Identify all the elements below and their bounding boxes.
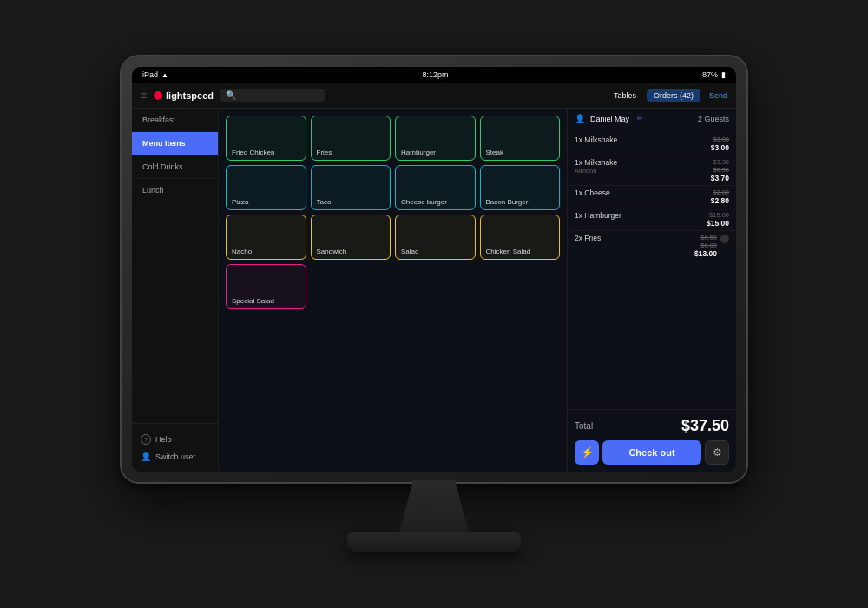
- tab-send[interactable]: Send: [709, 91, 727, 100]
- pos-terminal: iPad ▲ 8:12pm 87% ▮ ≡ lightspeed: [122, 56, 746, 552]
- search-icon: 🔍: [226, 90, 236, 100]
- order-panel: 👤 Daniel May ✏ 2 Guests: [567, 109, 736, 472]
- sidebar-item-lunch[interactable]: Lunch: [132, 179, 218, 202]
- sidebar-item-breakfast[interactable]: Breakfast: [132, 109, 218, 132]
- menu-item-fries[interactable]: Fries: [311, 116, 391, 161]
- total-row: Total $37.50: [575, 417, 729, 435]
- switch-user-label: Switch user: [155, 453, 196, 461]
- user-icon: 👤: [141, 452, 151, 461]
- menu-item-sandwich[interactable]: Sandwich: [311, 215, 391, 260]
- menu-item-empty-2: [395, 264, 476, 309]
- edit-icon[interactable]: ✏: [637, 115, 643, 122]
- terminal-neck: [399, 480, 469, 532]
- status-right: 87% ▮: [702, 70, 726, 79]
- menu-item-steak[interactable]: Steak: [480, 116, 561, 161]
- menu-grid: Fried Chicken Fries Hamburger Steak Pizz…: [226, 116, 560, 309]
- app-header: ≡ lightspeed 🔍 Tables Orders (42) Send: [132, 83, 736, 109]
- logo-text: lightspeed: [166, 90, 214, 101]
- settings-button[interactable]: ⚙: [705, 440, 729, 465]
- order-item-fries[interactable]: 2x Fries $6.50 $6.00 $13.00: [568, 231, 736, 261]
- menu-item-taco[interactable]: Taco: [311, 165, 391, 210]
- checkout-button[interactable]: Check out: [602, 440, 701, 465]
- order-customer: 👤 Daniel May ✏ 2 Guests: [568, 109, 736, 129]
- search-box[interactable]: 🔍: [220, 89, 325, 102]
- menu-item-salad[interactable]: Salad: [395, 215, 476, 260]
- status-left: iPad ▲: [142, 70, 168, 79]
- battery-pct: 87%: [702, 70, 718, 79]
- menu-item-fried-chicken[interactable]: Fried Chicken: [226, 116, 306, 161]
- menu-item-bacon-burger[interactable]: Bacon Burger: [480, 165, 561, 210]
- menu-area: Fried Chicken Fries Hamburger Steak Pizz…: [219, 109, 567, 472]
- item-indicator: [720, 235, 729, 243]
- right-tabs: Tables Orders (42) Send: [607, 89, 727, 102]
- sidebar-item-cold-drinks[interactable]: Cold Drinks: [132, 155, 218, 179]
- help-button[interactable]: ? Help: [139, 431, 211, 448]
- sidebar-bottom: ? Help 👤 Switch user: [132, 423, 218, 472]
- status-bar: iPad ▲ 8:12pm 87% ▮: [132, 67, 736, 83]
- screen: iPad ▲ 8:12pm 87% ▮ ≡ lightspeed: [132, 67, 736, 472]
- terminal-body: iPad ▲ 8:12pm 87% ▮ ≡ lightspeed: [122, 56, 746, 482]
- sidebar-item-menu-items[interactable]: Menu Items: [132, 132, 218, 155]
- wifi-icon: ▲: [161, 71, 168, 79]
- menu-item-cheeseburger[interactable]: Cheese burger: [395, 165, 476, 210]
- lightning-button[interactable]: ⚡: [575, 440, 599, 465]
- help-label: Help: [155, 435, 172, 444]
- total-amount: $37.50: [681, 417, 729, 435]
- battery-icon: ▮: [721, 70, 726, 79]
- order-item-cheese[interactable]: 1x Cheese $2.80 $2.80: [568, 186, 736, 208]
- time-display: 8:12pm: [422, 70, 448, 79]
- device-name: iPad: [142, 70, 158, 79]
- menu-item-hamburger[interactable]: Hamburger: [395, 116, 476, 161]
- main-content: Breakfast Menu Items Cold Drinks Lunch ?…: [132, 109, 736, 472]
- menu-item-special-salad[interactable]: Special Salad: [226, 264, 306, 309]
- menu-item-empty-3: [480, 264, 561, 309]
- order-item-hamburger[interactable]: 1x Hamburger $15.00 $15.00: [568, 208, 736, 231]
- menu-item-nacho[interactable]: Nacho: [226, 215, 306, 260]
- order-total-section: Total $37.50 ⚡ Check out ⚙: [568, 409, 736, 472]
- switch-user-button[interactable]: 👤 Switch user: [139, 448, 211, 465]
- customer-name: Daniel May: [590, 115, 629, 123]
- menu-item-empty-1: [311, 264, 391, 309]
- order-items-list: 1x Milkshake $3.00 $3.00 1x Milk: [568, 129, 736, 409]
- menu-item-chicken-salad[interactable]: Chicken Salad: [480, 215, 561, 260]
- logo-dot: [154, 91, 162, 100]
- menu-item-pizza[interactable]: Pizza: [226, 165, 306, 210]
- hamburger-icon[interactable]: ≡: [141, 89, 147, 102]
- order-item-milkshake-1[interactable]: 1x Milkshake $3.00 $3.00: [568, 133, 736, 155]
- checkout-row: ⚡ Check out ⚙: [575, 440, 729, 465]
- screen-bezel: iPad ▲ 8:12pm 87% ▮ ≡ lightspeed: [132, 67, 736, 472]
- tab-tables[interactable]: Tables: [607, 89, 643, 102]
- customer-icon: 👤: [575, 114, 585, 123]
- sidebar: Breakfast Menu Items Cold Drinks Lunch ?…: [132, 109, 219, 472]
- tab-orders[interactable]: Orders (42): [647, 89, 700, 102]
- terminal-base: [347, 532, 521, 552]
- guest-count-text: 2 Guests: [698, 115, 729, 123]
- logo-area: lightspeed: [154, 90, 214, 101]
- guest-count: 2 Guests: [698, 115, 729, 123]
- help-icon: ?: [141, 434, 151, 445]
- total-label: Total: [575, 421, 593, 431]
- order-item-milkshake-almond[interactable]: 1x Milkshake Almond $3.30 $0.50 $3.70: [568, 155, 736, 186]
